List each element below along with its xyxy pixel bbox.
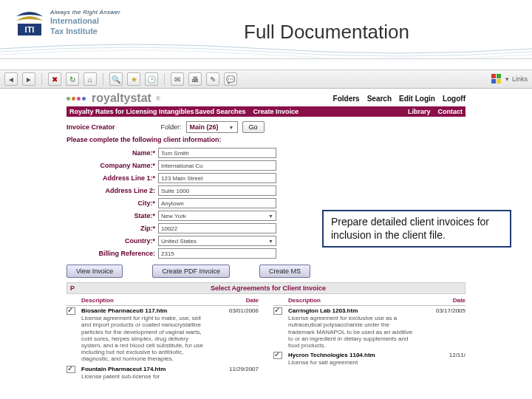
sub-nav-bar: Royalty Rates for Licensing Intangibles … [66,106,466,117]
browser-toolbar: ◄ ► ✖ ↻ ⌂ 🔍 ★ 🕑 ✉ 🖶 ✎ 💬 ▾ Links [0,69,532,89]
agreements-table: Description Date Biosante Pharmaceuti 11… [66,297,466,383]
iti-logo: ITI Always the Right Answer Internationa… [13,6,120,38]
state-select[interactable]: New York [158,211,276,221]
col-date-head: Date [214,297,259,304]
brand-name: royaltystat [92,92,151,105]
slide-header: ITI Always the Right Answer Internationa… [0,0,532,59]
logo-line1: International [50,17,120,26]
agreements-col-left: Description Date Biosante Pharmaceuti 11… [66,297,259,383]
logo-tagline: Always the Right Answer [50,9,120,16]
agreement-row: Fountain Pharmaceut 174.htmLicense paten… [66,366,259,380]
agreement-row: Biosante Pharmaceuti 117.htmLicense agre… [66,307,259,363]
create-pdf-button[interactable]: Create PDF Invoice [152,265,230,278]
col-date-head: Date [421,297,466,304]
agreement-date: 12/11/ [421,352,466,366]
discuss-button[interactable]: 💬 [224,72,237,86]
select-agreements-title: Select Agreements for Client Invoice [75,284,462,292]
search-button[interactable]: 🔍 [109,72,123,86]
invoice-actions: View Invoice Create PDF Invoice Create M… [66,265,466,278]
toolbar-right: ▾ Links [491,73,528,85]
col-checkbox-head [273,297,282,304]
agreement-row: Hycron Technologies 1104.htmLicense for … [273,352,466,366]
links-label[interactable]: Links [512,75,528,83]
history-button[interactable]: 🕑 [145,72,158,86]
go-button[interactable]: Go [242,121,265,133]
addr2-label: Address Line 2: [66,187,155,194]
country-select[interactable]: United States [158,236,276,246]
zip-label: Zip: [66,225,155,232]
favorites-button[interactable]: ★ [127,72,140,86]
agreement-date: 03/17/2005 [421,307,466,349]
nav-folders[interactable]: Folders [333,95,360,103]
svg-text:ITI: ITI [25,25,35,34]
mail-button[interactable]: ✉ [171,72,184,86]
company-field[interactable]: International Co [158,160,276,171]
subnav-library[interactable]: Library [408,108,431,115]
agreement-checkbox[interactable] [66,366,75,373]
nav-search[interactable]: Search [367,95,392,103]
zip-field[interactable]: 10022 [158,223,276,233]
country-label: Country: [66,237,155,245]
annotation-callout: Prepare detailed client invoices for inc… [322,210,511,248]
billing-label: Billing Reference: [66,250,155,257]
subnav-create-invoice[interactable]: Create Invoice [253,108,299,115]
name-label: Name: [66,149,155,157]
agreement-checkbox[interactable] [273,352,282,359]
form-instruction: Please complete the following client inf… [66,136,466,143]
agreement-description: Fountain Pharmaceut 174.htmLicense paten… [81,366,208,380]
city-label: City: [66,200,155,207]
brand-dots-icon [66,97,86,100]
subnav-contact[interactable]: Contact [438,108,463,115]
stop-button[interactable]: ✖ [48,72,61,86]
agreement-row: Carrington Lab 1203.htmLicense agreement… [273,307,466,349]
select-agreements-bar: P Select Agreements for Client Invoice [66,282,466,294]
windows-flag-icon [491,73,502,85]
col-description-head: Description [288,297,415,304]
view-invoice-button[interactable]: View Invoice [66,265,123,278]
top-nav: Folders Search Edit Login Logoff [333,95,466,103]
state-label: State: [66,212,155,219]
subnav-saved-searches[interactable]: Saved Searches [195,108,246,115]
registered-icon: ® [156,95,160,102]
agreement-description: Hycron Technologies 1104.htmLicense for … [288,352,415,366]
agreement-checkbox[interactable] [273,307,282,315]
name-field[interactable]: Tom Smith [158,148,276,158]
col-description-head: Description [81,297,208,304]
create-ms-button[interactable]: Create MS [259,265,310,278]
svg-rect-5 [497,79,501,83]
billing-field[interactable]: 2315 [158,248,276,259]
edit-button[interactable]: ✎ [206,72,219,86]
svg-rect-4 [491,79,496,83]
addr1-label: Address Line 1: [66,174,155,182]
refresh-button[interactable]: ↻ [66,72,79,86]
logo-line2: Tax Institute [50,27,120,36]
iti-logo-icon: ITI [13,6,46,38]
agreement-checkbox[interactable] [66,307,75,315]
agreements-col-right: Description Date Carrington Lab 1203.htm… [273,297,466,383]
back-button[interactable]: ◄ [4,72,18,86]
nav-logoff[interactable]: Logoff [443,95,466,103]
royaltystat-header: royaltystat ® Folders Search Edit Login … [66,92,466,105]
nav-edit-login[interactable]: Edit Login [399,95,435,103]
print-button[interactable]: 🖶 [188,72,202,86]
slide-title: Full Documentation [244,21,409,44]
agreement-description: Biosante Pharmaceuti 117.htmLicense agre… [81,307,208,363]
svg-rect-2 [491,74,496,78]
home-button[interactable]: ⌂ [83,72,97,86]
folder-select[interactable]: Main (26) [186,121,238,133]
forward-button[interactable]: ► [22,72,35,86]
addr1-field[interactable]: 123 Main Street [158,173,276,183]
col-checkbox-head [66,297,75,304]
invoice-creator-heading: Invoice Creator [66,123,115,131]
city-field[interactable]: Anytown [158,198,276,208]
agreement-date: 11/29/2007 [214,366,259,380]
svg-rect-3 [497,74,501,78]
subnav-title: Royalty Rates for Licensing Intangibles [69,108,194,115]
company-label: Company Name: [66,162,155,169]
agreement-date: 03/01/2006 [214,307,259,363]
agreement-description: Carrington Lab 1203.htmLicense agreement… [288,307,415,349]
addr2-field[interactable]: Suite 1000 [158,185,276,196]
folder-label: Folder: [161,123,182,131]
